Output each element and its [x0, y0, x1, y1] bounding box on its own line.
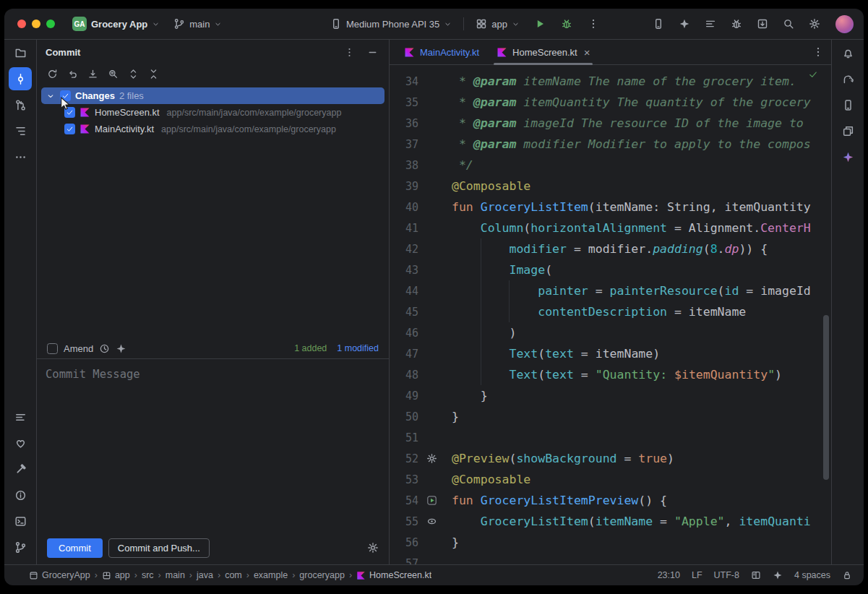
user-avatar[interactable]: [835, 15, 854, 33]
device-manager-tool-button[interactable]: [836, 93, 859, 116]
editor-scrollbar[interactable]: [823, 315, 829, 480]
notifications-tool-button[interactable]: [836, 41, 859, 64]
search-button[interactable]: [778, 14, 799, 34]
commit-tool-icon: [14, 73, 27, 85]
app-quality-insights-tool-button[interactable]: [9, 431, 32, 455]
build-tool-button[interactable]: [9, 457, 32, 481]
more-run-options-button[interactable]: [583, 14, 603, 34]
line-number: 41: [390, 222, 418, 235]
changed-file-row[interactable]: HomeScreen.ktapp/src/main/java/com/examp…: [41, 104, 384, 121]
structure-tool-button[interactable]: [9, 119, 32, 142]
code-editor[interactable]: 34 * @param itemName The name of the gro…: [390, 65, 831, 564]
project-folder-icon: [14, 47, 27, 59]
lock-icon[interactable]: [842, 570, 852, 580]
breadcrumb-item[interactable]: HomeScreen.kt: [356, 570, 431, 580]
bug-report-button[interactable]: [726, 14, 747, 34]
breadcrumb-separator: ›: [246, 570, 249, 580]
commit-and-push-button[interactable]: Commit and Push...: [108, 538, 210, 558]
breadcrumb-item[interactable]: main: [166, 570, 185, 580]
commit-button[interactable]: Commit: [47, 538, 103, 558]
close-window-button[interactable]: [17, 20, 26, 28]
layout-inspector-tool-button[interactable]: [836, 119, 859, 142]
gemini-button[interactable]: [674, 14, 695, 34]
code-line: 57: [390, 553, 831, 564]
line-separator[interactable]: LF: [692, 570, 702, 580]
gemini-tool-button[interactable]: [836, 145, 859, 168]
editor-tab[interactable]: MainActivity.kt: [395, 40, 488, 64]
generate-commit-message-icon[interactable]: [116, 343, 126, 354]
commit-history-icon[interactable]: [99, 343, 110, 354]
reader-mode-icon[interactable]: [751, 570, 761, 580]
sdk-manager-button[interactable]: [752, 14, 773, 34]
breadcrumb-separator: ›: [218, 570, 220, 580]
line-number: 39: [390, 180, 418, 193]
code-line: 47 Text(text = itemName): [390, 343, 831, 364]
breadcrumb-item[interactable]: groceryapp: [299, 570, 345, 580]
breadcrumb-separator: ›: [134, 570, 137, 580]
commit-tool-tool-button[interactable]: [9, 67, 32, 90]
branch-selector[interactable]: main: [170, 16, 225, 32]
collapse-all-icon: [148, 69, 159, 79]
debug-button[interactable]: [557, 14, 577, 34]
breadcrumb-separator: ›: [189, 570, 192, 580]
changes-root-row[interactable]: Changes 2 files: [41, 87, 384, 104]
version-control-tool-button[interactable]: [9, 535, 32, 559]
shelve-button[interactable]: [83, 65, 102, 82]
amend-label: Amend: [64, 343, 93, 354]
run-preview-icon[interactable]: [426, 495, 437, 506]
line-number: 53: [390, 473, 418, 486]
logcat-button[interactable]: [700, 14, 721, 34]
breadcrumb-item[interactable]: example: [254, 570, 288, 580]
expand-chevron-icon[interactable]: [46, 92, 56, 100]
indent-style[interactable]: 4 spaces: [794, 570, 830, 580]
breadcrumb-item[interactable]: java: [197, 570, 213, 580]
hide-panel-button[interactable]: [364, 44, 380, 60]
minimize-window-button[interactable]: [32, 20, 40, 28]
more-tool-button[interactable]: [9, 145, 32, 168]
settings-button[interactable]: [804, 14, 825, 34]
editor-tab[interactable]: HomeScreen.kt×: [488, 40, 598, 64]
code-text: }: [444, 389, 488, 403]
changed-file-row[interactable]: MainActivity.ktapp/src/main/java/com/exa…: [41, 121, 384, 137]
file-encoding[interactable]: UTF-8: [714, 570, 739, 580]
device-selector[interactable]: Medium Phone API 35: [327, 16, 455, 32]
preview-settings-icon[interactable]: [426, 453, 437, 464]
refresh-button[interactable]: [43, 65, 61, 82]
expand-all-button[interactable]: [124, 65, 142, 82]
project-selector[interactable]: GA Grocery App: [69, 14, 163, 33]
commit-settings-gear-icon[interactable]: [367, 542, 379, 554]
line-number: 40: [390, 201, 418, 214]
breadcrumb-item[interactable]: GroceryApp: [29, 570, 90, 580]
editor-options-button[interactable]: [812, 46, 824, 58]
cursor-position[interactable]: 23:10: [658, 570, 680, 580]
pull-requests-tool-button[interactable]: [9, 93, 32, 116]
breadcrumb-item[interactable]: app: [102, 570, 130, 580]
run-configuration-selector[interactable]: app: [472, 16, 523, 32]
ai-sparkle-icon[interactable]: [773, 570, 783, 580]
device-manager-button[interactable]: [648, 14, 669, 34]
breadcrumb-item[interactable]: src: [142, 570, 154, 580]
code-text: ): [444, 326, 516, 340]
diff-preview-button[interactable]: [103, 65, 122, 82]
panel-options-button[interactable]: [341, 44, 357, 60]
breadcrumb-item[interactable]: com: [225, 570, 242, 580]
kotlin-icon: [356, 571, 366, 580]
collapse-all-button[interactable]: [144, 65, 163, 82]
amend-checkbox[interactable]: [47, 343, 58, 354]
branch-name: main: [189, 19, 210, 30]
run-icon: [534, 18, 546, 30]
run-button[interactable]: [530, 14, 550, 34]
compose-preview-icon[interactable]: [426, 516, 437, 527]
code-line: 51: [390, 427, 831, 448]
problems-tool-button[interactable]: [9, 483, 32, 507]
gradle-tool-button[interactable]: [836, 67, 859, 90]
zoom-window-button[interactable]: [46, 20, 55, 28]
inspections-ok-icon[interactable]: [808, 69, 818, 79]
terminal-tool-button[interactable]: [9, 509, 32, 533]
rollback-button[interactable]: [63, 65, 82, 82]
commit-message-input[interactable]: [37, 359, 389, 531]
close-tab-icon[interactable]: ×: [584, 47, 590, 58]
file-checkbox[interactable]: [64, 124, 75, 134]
logcat-tool-button[interactable]: [9, 405, 32, 429]
project-folder-tool-button[interactable]: [9, 41, 32, 64]
